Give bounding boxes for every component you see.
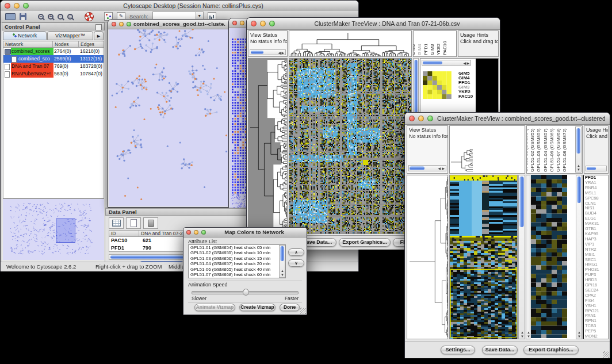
tv2-column-label[interactable]: GPL51-01 (GSM854)	[526, 128, 529, 172]
close-icon[interactable]	[186, 230, 191, 235]
zoom-window-icon[interactable]	[127, 22, 131, 26]
zoom-fit-icon[interactable]: ⌂	[67, 14, 73, 20]
network-overview-panel[interactable]	[3, 198, 104, 260]
save-icon[interactable]	[20, 13, 26, 20]
zoom-window-icon[interactable]	[23, 3, 29, 9]
tv2-gene-dendrogram-canvas[interactable]	[407, 175, 447, 339]
tv2-column-label[interactable]: GPL51-02 (GSM855)	[530, 128, 536, 172]
tv1-column-dendrogram-panel[interactable]	[289, 30, 412, 57]
attribute-list-item[interactable]: GPL51-02 (GSM855) heat shock 10 min	[189, 250, 281, 255]
data-col-id[interactable]: ID	[109, 231, 139, 236]
tv1-column-dendrogram-canvas[interactable]	[289, 31, 411, 56]
zoom-window-icon[interactable]	[201, 230, 206, 235]
zoom-out-icon[interactable]: −	[38, 14, 44, 20]
tv2-column-dendrogram-canvas[interactable]	[450, 126, 525, 173]
tv2-global-heatmap-panel[interactable]	[449, 175, 518, 339]
tv1-column-label[interactable]: GIM3	[430, 44, 435, 55]
tv2-zoom-thin-scrollbar[interactable]: ▲▼	[526, 175, 530, 339]
tv1-column-label[interactable]: GIM4	[417, 44, 423, 55]
tv2-gene-dendrogram-panel[interactable]	[407, 175, 448, 339]
attribute-list-item[interactable]: GPL51-07 (GSM868) heat shock 60 min	[189, 272, 281, 277]
overview-viewport-rect[interactable]	[56, 219, 75, 243]
open-file-icon[interactable]	[5, 13, 16, 20]
tv1-status-hscrollbar[interactable]: ◀▶	[250, 49, 286, 55]
minimize-icon[interactable]	[240, 21, 244, 25]
tv2-export-graphics-button[interactable]: Export Graphics...	[523, 346, 579, 354]
network-tree-row[interactable]: DNA and Tran 07769(0)183728(0)	[3, 63, 104, 70]
help-lifesaver-icon[interactable]	[85, 12, 94, 21]
attribute-list-item[interactable]: GPL51-03 (GSM856) heat shock 15 min	[189, 256, 281, 261]
tv1-column-label[interactable]: PAC10	[442, 41, 448, 55]
attribute-down-button[interactable]: ∨	[288, 259, 304, 267]
minimize-icon[interactable]	[14, 3, 20, 9]
close-icon[interactable]	[112, 22, 116, 26]
minimize-icon[interactable]	[260, 21, 266, 26]
zoom-window-icon[interactable]	[269, 21, 275, 26]
tv2-genelist-vscrollbar[interactable]: ▲▼	[576, 175, 582, 339]
tv1-gene-dendrogram-panel[interactable]	[248, 58, 288, 234]
resize-grip[interactable]	[603, 351, 609, 358]
close-icon[interactable]	[251, 21, 257, 26]
tv2-status-hscrollbar[interactable]: ◀▶	[408, 165, 446, 171]
minimize-icon[interactable]	[418, 116, 424, 121]
attribute-list-item[interactable]: GPL51-04 (GSM857) heat shock 20 min	[189, 261, 281, 266]
attribute-list-item[interactable]: GPL51-01 (GSM854) heat shock 05 min	[189, 245, 281, 250]
tv2-labels-vscrollbar[interactable]: ▲▼	[575, 127, 582, 173]
attribute-list-item[interactable]: GPL51-06 (GSM865) heat shock 40 min	[189, 267, 281, 272]
main-title-bar[interactable]: Cytoscape Desktop (Session Name: collins…	[1, 1, 358, 12]
zoom-window-icon[interactable]	[427, 116, 433, 121]
tv2-usage-hscrollbar[interactable]	[586, 166, 607, 171]
tab-vizmapper[interactable]: VizMapper™	[47, 31, 93, 40]
create-vizmap-button[interactable]: Create Vizmap	[239, 304, 276, 311]
done-button[interactable]: Done	[280, 304, 300, 311]
animation-speed-slider[interactable]	[192, 291, 299, 294]
tv2-zoom-heatmap-canvas[interactable]	[531, 175, 567, 338]
tv2-settings-button[interactable]: Settings...	[441, 346, 475, 354]
tv1-zoom-heatmap-canvas[interactable]	[423, 71, 452, 99]
tv2-global-heatmap-canvas[interactable]	[450, 175, 517, 339]
network-tree-row[interactable]: combined_scores2764(0)16218(0)	[3, 48, 104, 55]
tv2-column-label[interactable]: GPL51-03 (GSM856)	[536, 128, 542, 172]
close-icon[interactable]	[409, 116, 415, 121]
col-header-network[interactable]: Network	[3, 41, 53, 47]
network-tree-row[interactable]: RNAPuberNov2+!563(0)107847(0)	[3, 70, 104, 78]
network-overview-canvas[interactable]	[3, 199, 104, 260]
animate-vizmap-button[interactable]: Animate Vizmap	[194, 304, 235, 311]
zoom-in-icon[interactable]: +	[48, 14, 53, 20]
attribute-up-button[interactable]: ∧	[288, 248, 304, 256]
tab-overflow-arrow[interactable]: ▶	[94, 31, 104, 40]
new-attribute-icon[interactable]	[126, 217, 141, 229]
minimize-icon[interactable]	[194, 230, 198, 235]
tv1-gene-label[interactable]: PAC10	[458, 94, 476, 99]
close-icon[interactable]	[232, 21, 237, 25]
float-panel-icon[interactable]	[95, 24, 102, 30]
tv1-global-heatmap-canvas[interactable]	[289, 59, 411, 233]
tv1-column-label[interactable]: YKE2	[436, 44, 442, 55]
slider-thumb[interactable]	[243, 289, 249, 296]
tv1-gene-dendrogram-canvas[interactable]	[248, 59, 287, 233]
resize-grip[interactable]	[300, 308, 306, 314]
col-header-edges[interactable]: Edges	[79, 41, 104, 47]
attribute-list-vscrollbar[interactable]: ▲▼	[279, 245, 285, 278]
tv2-column-label[interactable]: GPL51-04 (GSM857)	[543, 128, 549, 172]
tv1-column-label[interactable]: PFD1	[423, 44, 429, 55]
network-view-title-bar[interactable]: combined_scores_good.txt--cluste...	[108, 20, 230, 29]
tv1-column-label[interactable]: GIM5	[413, 44, 416, 55]
tab-network[interactable]: Network	[3, 31, 47, 40]
tv2-column-label[interactable]: GPL51-07 (GSM868)	[556, 128, 561, 172]
network-tree-row[interactable]: combined_sco2569(6)13112(15)	[3, 55, 104, 63]
tv1-export-graphics-button[interactable]: Export Graphics...	[339, 238, 391, 247]
tv1-zoom-hscrollbar[interactable]: ◀▶	[422, 60, 471, 66]
tv2-gene-label[interactable]: MON2	[584, 334, 608, 339]
tv2-zoom-heatmap-panel[interactable]	[531, 175, 576, 339]
delete-attribute-icon[interactable]	[143, 217, 158, 229]
tv2-column-label[interactable]: GPL51-06 (GSM865)	[549, 128, 555, 172]
col-header-nodes[interactable]: Nodes	[53, 41, 79, 47]
treeview2-title-bar[interactable]: ClusterMaker TreeView : combined_scores_…	[405, 113, 610, 125]
close-icon[interactable]	[5, 3, 10, 9]
network-view-canvas[interactable]	[109, 29, 230, 206]
dialog-title-bar[interactable]: Map Colors to Network	[183, 228, 307, 237]
tv2-column-label[interactable]: GPL51-08 (GSM872)	[562, 128, 568, 172]
attribute-table-icon[interactable]	[109, 217, 124, 229]
attribute-list[interactable]: GPL51-01 (GSM854) heat shock 05 minGPL51…	[188, 244, 286, 278]
